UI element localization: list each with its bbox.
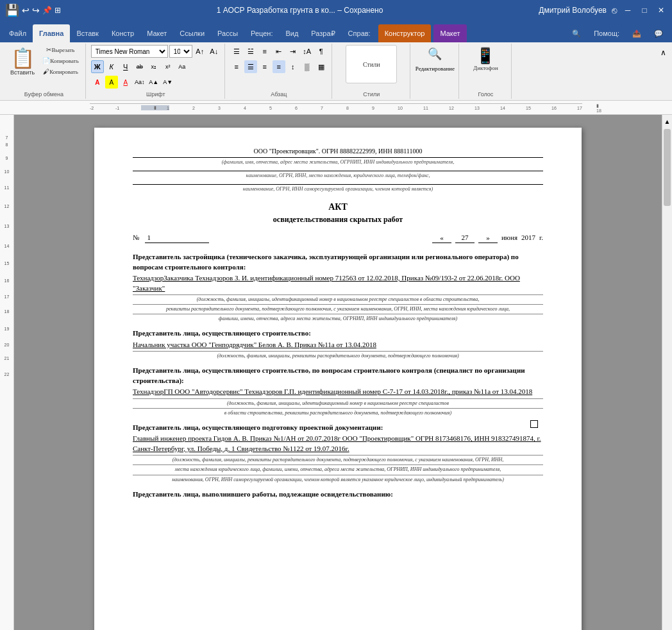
section5-title: Представитель лица, выполнившего работы,… (133, 490, 543, 499)
paragraph-section: ☰ ☱ ≡ ⇤ ⇥ ↕A ¶ ≡ ☰ ≡ ≡ ↕ ▒ ▦ Абзац (226, 44, 332, 99)
word-icon: 💾 (5, 3, 19, 17)
maximize-button[interactable]: □ (639, 4, 650, 16)
cut-button[interactable]: ✂ Вырезать (40, 45, 81, 55)
justify-button[interactable]: ≡ (273, 60, 285, 73)
clipboard-section: 📋 Вставить ✂ Вырезать 📄 Копировать 🖌 Коп… (3, 44, 86, 99)
tab-view[interactable]: Вид (279, 24, 305, 42)
tab-search[interactable]: 🔍 (566, 24, 587, 42)
underline-button[interactable]: Ч (119, 60, 132, 73)
section2-note1: (должность, фамилия, инициалы, реквизиты… (133, 351, 543, 359)
vertical-scrollbar[interactable]: ▲ ▼ (662, 115, 672, 630)
title-bar: 💾 ↩ ↪ 📌 ⊞ 1 АОСР Разработка грунта в ко.… (0, 0, 672, 21)
section2-content: Начальник участка ООО "Генподрядчик" Бел… (133, 340, 543, 350)
section1-title: Представитель застройщика (технического … (133, 252, 543, 272)
undo-icon[interactable]: ↩ (22, 5, 29, 15)
section3-content: ТехнадзорГП ООО "Автодорсервис" Технадзо… (133, 387, 543, 396)
act-title: АКТ (133, 201, 543, 214)
org-hint2: наименование, ОГРН, ИНН, место нахождени… (133, 171, 543, 179)
minimize-button[interactable]: ─ (622, 4, 634, 16)
org-hint3: наименование, ОГРН, ИНН саморегулируемой… (133, 184, 543, 192)
align-center-button[interactable]: ☰ (244, 60, 257, 73)
font-family-select[interactable]: Times New Roman (91, 45, 168, 58)
paste-icon: 📋 (11, 47, 35, 69)
copy-button[interactable]: 📄 Копировать (40, 56, 81, 65)
tab-pomosh[interactable]: Помощ: (587, 24, 626, 42)
editing-section: 🔍 Редактирование (412, 44, 459, 99)
date-month: июня (501, 233, 517, 243)
tab-developer[interactable]: Разра₽ (305, 24, 341, 42)
redo-icon[interactable]: ↪ (32, 5, 40, 15)
strikethrough-button[interactable]: ab (133, 60, 146, 73)
decrease-font-button[interactable]: A↓ (208, 45, 221, 58)
tab-file[interactable]: Файл (3, 24, 33, 42)
pin-icon[interactable]: 📌 (42, 6, 52, 15)
section1-note3: фамилии, имени, отчества, адреса места ж… (133, 314, 543, 322)
increase-font-button[interactable]: A↑ (194, 45, 206, 58)
checkbox[interactable] (530, 420, 538, 428)
collapse-ribbon-button[interactable]: ∧ (657, 46, 669, 59)
shading-button[interactable]: ▒ (301, 60, 314, 73)
decrease-size2-button[interactable]: A▼ (162, 76, 174, 89)
format-painter-button[interactable]: 🖌 Копировать (40, 67, 81, 76)
font-label: Шрифт (146, 90, 165, 98)
search-editing-button[interactable]: 🔍 (423, 45, 447, 63)
highlight-color-button[interactable]: A (105, 76, 118, 89)
styles-button[interactable]: Стили (346, 45, 397, 83)
tab-review[interactable]: Рецен: (244, 24, 279, 42)
tab-insert[interactable]: Вставк (70, 24, 105, 42)
tab-constructor[interactable]: Конструктор (378, 24, 432, 42)
grid-icon[interactable]: ⊞ (55, 6, 61, 15)
voice-label: Голос (478, 90, 493, 98)
multilevel-button[interactable]: ≡ (258, 45, 271, 58)
section4-content: Главный инженер проекта Гидов А. В. Прик… (133, 434, 543, 454)
quote-left: « (432, 233, 451, 243)
scroll-up-button[interactable]: ▲ (662, 115, 672, 128)
pilcrow-button[interactable]: ¶ (315, 45, 328, 58)
section4-note2: места нахождения юридического лица, фами… (133, 464, 543, 473)
tab-comments[interactable]: 💬 (648, 24, 669, 42)
microphone-icon: 📱 (476, 47, 495, 65)
bold-button[interactable]: Ж (91, 60, 104, 73)
tab-references[interactable]: Ссылки (173, 24, 211, 42)
tab-mailings[interactable]: Рассы (211, 24, 244, 42)
paragraph-label: Абзац (271, 90, 287, 98)
user-name: Дмитрий Волобуев (539, 6, 607, 15)
share-icon[interactable]: ⎋ (612, 5, 617, 15)
numbering-button[interactable]: ☱ (244, 45, 257, 58)
border-button[interactable]: ▦ (315, 60, 328, 73)
increase-size2-button[interactable]: A▲ (147, 76, 160, 89)
text-case-button[interactable]: Aa↕ (133, 76, 146, 89)
bullets-button[interactable]: ☰ (230, 45, 243, 58)
align-left-button[interactable]: ≡ (230, 60, 243, 73)
increase-indent-button[interactable]: ⇥ (287, 45, 299, 58)
tab-layout[interactable]: Макет (140, 24, 173, 42)
decrease-indent-button[interactable]: ⇤ (273, 45, 285, 58)
font-size-select[interactable]: 10 (169, 45, 192, 58)
sort-button[interactable]: ↕A (301, 45, 314, 58)
line-spacing-button[interactable]: ↕ (287, 60, 299, 73)
scrollbar-thumb[interactable] (664, 129, 671, 206)
styles-section: Стили Стили (333, 44, 410, 99)
tab-design[interactable]: Констр (105, 24, 140, 42)
subscript-button[interactable]: x₂ (147, 60, 160, 73)
section3-note2: в области строительства, реквизиты распо… (133, 408, 543, 416)
section4-title: Представитель лица, осуществляющего подг… (133, 423, 543, 432)
paste-button[interactable]: 📋 Вставить (6, 45, 38, 78)
font-format-row: Ж К Ч ab x₂ x² Aa (91, 60, 221, 73)
text-color-button[interactable]: A (91, 76, 104, 89)
horizontal-ruler: -2 -1 ▮ 1 2 3 4 5 6 7 8 9 10 11 12 13 14… (0, 101, 672, 115)
tab-share[interactable]: 📤 (626, 24, 648, 42)
dictaphone-button[interactable]: 📱 Диктофон (469, 45, 502, 73)
org-hint1: (фамилия, имя, отчества, адрес места жит… (133, 157, 543, 166)
superscript-button[interactable]: x² (162, 60, 174, 73)
clear-format-button[interactable]: Aa (176, 60, 189, 73)
act-date: « 27 » июня 2017 г. (432, 233, 543, 243)
align-right-button[interactable]: ≡ (258, 60, 271, 73)
font-color2-button[interactable]: A (119, 76, 132, 89)
close-button[interactable]: ✕ (655, 4, 667, 16)
act-subtitle: освидетельствования скрытых работ (133, 214, 543, 225)
italic-button[interactable]: К (105, 60, 118, 73)
tab-page-layout[interactable]: Макет (433, 24, 466, 42)
tab-home[interactable]: Главна (33, 24, 70, 42)
tab-help[interactable]: Справ: (342, 24, 377, 42)
